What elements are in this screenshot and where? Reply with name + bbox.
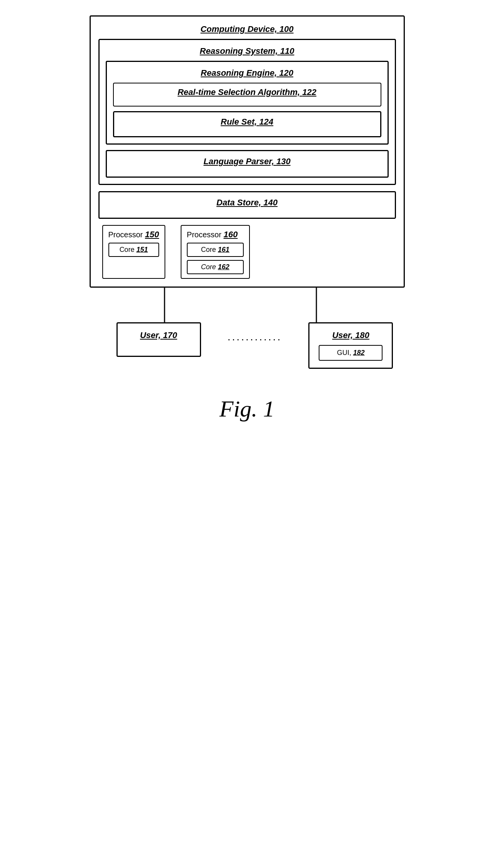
processor-150-box: Processor 150 Core 151 [102, 225, 165, 279]
user-170-label: User, 170 [127, 330, 191, 340]
user-180-label: User, 180 [319, 330, 383, 340]
language-parser-box: Language Parser, 130 [106, 150, 389, 178]
connectors-svg [90, 288, 405, 322]
user-180-box: User, 180 GUI, 182 [308, 322, 393, 369]
processor-160-box: Processor 160 Core 161 Core 162 [181, 225, 250, 279]
gui-182-box: GUI, 182 [319, 345, 383, 361]
users-dotted-connector: ············ [228, 322, 282, 345]
reasoning-engine-label: Reasoning Engine, 120 [113, 68, 381, 78]
processor-150-label: Processor 150 [108, 230, 159, 240]
diagram: Computing Device, 100 Reasoning System, … [23, 15, 471, 422]
processors-row: Processor 150 Core 151 Processor 160 Cor… [98, 225, 396, 279]
figure-label: Fig. 1 [220, 396, 274, 422]
computing-device-label: Computing Device, 100 [98, 24, 396, 34]
data-store-label: Data Store, 140 [106, 198, 389, 208]
language-parser-label: Language Parser, 130 [113, 157, 381, 167]
rule-set-box: Rule Set, 124 [113, 111, 381, 137]
core-162-box: Core 162 [187, 260, 244, 274]
data-store-box: Data Store, 140 [98, 191, 396, 219]
core-151-box: Core 151 [108, 243, 159, 257]
computing-device-box: Computing Device, 100 Reasoning System, … [90, 15, 405, 288]
core-161-box: Core 161 [187, 243, 244, 257]
users-row: User, 170 ············ User, 180 GUI, 18… [90, 322, 405, 369]
processor-160-label: Processor 160 [187, 230, 244, 240]
user-170-box: User, 170 [116, 322, 201, 357]
realtime-selection-box: Real-time Selection Algorithm, 122 [113, 83, 381, 107]
reasoning-system-label: Reasoning System, 110 [106, 46, 389, 56]
realtime-selection-label: Real-time Selection Algorithm, 122 [120, 87, 374, 97]
reasoning-engine-box: Reasoning Engine, 120 Real-time Selectio… [106, 61, 389, 145]
rule-set-label: Rule Set, 124 [120, 117, 374, 127]
reasoning-system-box: Reasoning System, 110 Reasoning Engine, … [98, 39, 396, 185]
